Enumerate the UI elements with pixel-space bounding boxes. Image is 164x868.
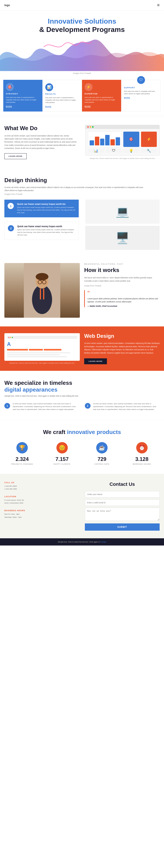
- wave-svg: [0, 38, 164, 71]
- results-more[interactable]: MORE: [45, 105, 52, 108]
- hero-line2: & Development Programs: [39, 26, 125, 33]
- hero-section: Innovative Solutions & Development Progr…: [0, 10, 164, 35]
- contact-hours-value: Mon-Fri: 9am - 6pmSaturday: 10am - 2pm: [4, 513, 79, 519]
- wd-browser-bar: [7, 336, 77, 339]
- expertise-title: EXPERTISE: [85, 93, 119, 95]
- stat-item-4: ⏰ 3.128 WORKING HOURS: [124, 442, 160, 465]
- dt-num-2: 2: [8, 225, 14, 231]
- quote-author: — Mattie Smith, Chief Accountant: [88, 305, 160, 307]
- hiw-photo-container: [4, 263, 80, 318]
- svg-rect-4: [40, 289, 41, 300]
- browser-icon-3: 📊: [88, 149, 104, 153]
- design-thinking-text: Ut enim ad minim veniam, quis nostrud ex…: [4, 186, 144, 192]
- stat-number-4: 3.128: [124, 456, 160, 462]
- hamburger-menu-button[interactable]: ≡: [157, 3, 160, 8]
- cards-section: 🎯 STRATEGY Duis aute irure dolor in repr…: [0, 78, 164, 116]
- dt-num-1: 1: [8, 203, 14, 209]
- stat-icon-3: ☕: [96, 442, 107, 454]
- strategy-more[interactable]: MORE: [6, 105, 12, 107]
- wd-mockup-container: A Sample text. Click to select the text …: [4, 333, 80, 364]
- stat-label-3: COFFEE CUPS: [84, 463, 120, 465]
- web-design-section: A Sample text. Click to select the text …: [0, 327, 164, 371]
- stat-number-1: 2.324: [4, 456, 40, 462]
- quote-block: " Lorem ipsum dolor pulvinar pulvinar, l…: [84, 290, 160, 307]
- contact-form: SUBMIT: [85, 491, 160, 531]
- what-we-do-title: What We Do: [4, 125, 79, 132]
- browser-icon-4: 🛡: [106, 149, 122, 153]
- spec-text-1: Ut enim ad minim veniam, quis nostrud ex…: [13, 403, 79, 411]
- innovative-title-blue: innovative products: [67, 429, 121, 435]
- dt-item-1-title: Quick can frame smart money hopes worth …: [17, 203, 75, 205]
- what-we-do-caption: Sample text. Click to select the text bo…: [85, 157, 160, 159]
- browser-content: 🎯 ⚡ 📊 🛡 💡 🔧: [86, 129, 159, 155]
- browser-mockup: 🎯 ⚡ 📊 🛡 💡 🔧: [85, 125, 160, 156]
- browser-bar: [86, 125, 159, 129]
- wd-lines: [7, 349, 77, 350]
- wd-learn-more-button[interactable]: LEARN MORE: [84, 358, 107, 364]
- specialize-title-normal: We specialize in timeless: [4, 379, 72, 386]
- stat-item-2: 😊 7.157 HAPPY CLIENTS: [44, 442, 80, 465]
- specialize-subtitle: Sample text. Click to select the text bo…: [4, 395, 160, 397]
- expertise-more[interactable]: MORE: [85, 105, 91, 107]
- contact-name-input[interactable]: [85, 491, 160, 498]
- dt-item-2-text: Quick can frame smart money hopes worth …: [17, 225, 75, 236]
- dt-item-1-body: Quick can frame smart money hopes worth …: [17, 206, 75, 214]
- dt-item-2: 2 Quick can frame smart money hopes wort…: [4, 222, 79, 240]
- specialize-title: We specialize in timeless digital appear…: [4, 379, 160, 393]
- contact-hours: BUSINESS HOURS Mon-Fri: 9am - 6pmSaturda…: [4, 509, 79, 519]
- contact-hours-label: BUSINESS HOURS: [4, 509, 79, 512]
- hero-title: Innovative Solutions & Development Progr…: [13, 17, 151, 34]
- results-icon: 📊: [45, 83, 53, 91]
- strategy-title: STRATEGY: [6, 93, 40, 95]
- results-text: Duis aute irure dolor in reprehenderit i…: [45, 96, 79, 104]
- wave-container: [0, 38, 164, 71]
- hiw-text: MEANINGFUL SOLUTIONS, FAST How it works …: [84, 263, 160, 307]
- hiw-body: Nisi lacus sed viverra tellus in. Nunc a…: [84, 276, 160, 282]
- expertise-card: ⚡ EXPERTISE Duis aute irure dolor in rep…: [82, 80, 121, 112]
- stat-icon-1: 🏆: [17, 442, 28, 454]
- results-title: RESULTS: [45, 93, 79, 95]
- browser-icon-5: 💡: [123, 149, 139, 153]
- spec-num-2: 2: [85, 403, 91, 409]
- footer: Sample text. Click to select the text bo…: [0, 538, 164, 546]
- support-title: SUPPORT: [124, 87, 158, 89]
- contact-call-us: CALL US 1-234-567-89001-234-456-7890: [4, 482, 79, 491]
- contact-email-input[interactable]: [85, 499, 160, 506]
- what-we-do-learn-more-button[interactable]: LEARN MORE: [4, 153, 27, 159]
- design-thinking-images-from: Images from Freepik: [4, 193, 160, 195]
- dt-photo-1: 💻: [85, 199, 160, 224]
- what-we-do-left: What We Do Ut enim ad minim veniam, quis…: [4, 125, 79, 159]
- logo: logo: [4, 4, 10, 7]
- stat-number-2: 7.157: [44, 456, 80, 462]
- results-card: 📊 RESULTS Duis aute irure dolor in repre…: [42, 80, 82, 112]
- stat-item-3: ☕ 729 COFFEE CUPS: [84, 442, 120, 465]
- contact-location: LOCATION 5 Lorem Ipsum, Dolor SitAmet, C…: [4, 495, 79, 505]
- support-card: 🛡 SUPPORT Duis aute irure dolor in volup…: [121, 80, 161, 112]
- quote-text: Lorem ipsum dolor pulvinar pulvinar, lor…: [88, 297, 160, 303]
- browser-icon-2: ⚡: [141, 132, 157, 147]
- footer-text: Sample text. Click to select the text bo…: [58, 541, 100, 543]
- svg-point-1: [32, 285, 52, 314]
- dt-photo-2: 🖥️: [85, 226, 160, 250]
- dt-item-2-body: Quick can frame smart money hopes worth …: [17, 228, 75, 236]
- contact-title: Contact Us: [85, 482, 160, 487]
- footer-link[interactable]: Freepik: [100, 541, 106, 543]
- wd-text: Web Design Ut enim minim veniam, quis no…: [84, 333, 160, 364]
- support-more[interactable]: MORE: [124, 97, 130, 99]
- contact-section: CALL US 1-234-567-89001-234-456-7890 LOC…: [0, 474, 164, 538]
- hiw-images-from: Image from Freepik: [84, 285, 160, 287]
- stat-label-4: WORKING HOURS: [124, 463, 160, 465]
- what-we-do-text: Ut enim ad minim veniam, quis nostrud ex…: [4, 134, 79, 150]
- contact-submit-button[interactable]: SUBMIT: [85, 523, 160, 531]
- stat-icon-4: ⏰: [136, 442, 147, 454]
- browser-icon-1: 🎯: [123, 132, 139, 147]
- wd-a-letter: A: [7, 341, 77, 347]
- browser-icon-6: 🔧: [141, 149, 157, 153]
- how-it-works-section: MEANINGFUL SOLUTIONS, FAST How it works …: [0, 254, 164, 327]
- specialize-items: 1 Ut enim ad minim veniam, quis nostrud …: [4, 403, 160, 411]
- contact-info: CALL US 1-234-567-89001-234-456-7890 LOC…: [4, 482, 79, 531]
- wd-title: Web Design: [84, 333, 160, 339]
- stats-grid: 🏆 2.324 PROJECTS FINISHED 😊 7.157 HAPPY …: [4, 442, 160, 465]
- wd-text-lines: [7, 352, 77, 357]
- contact-message-input[interactable]: [85, 508, 160, 521]
